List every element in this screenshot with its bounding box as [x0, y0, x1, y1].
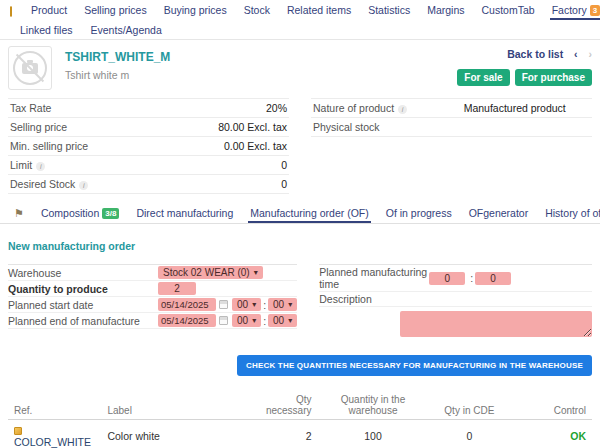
calendar-icon[interactable]: [219, 316, 228, 325]
description-label: Description: [319, 293, 429, 305]
planned-start-date-label: Planned start date: [8, 299, 158, 311]
product-title-block: TSHIRT_WHITE_M Tshirt white m: [65, 46, 170, 81]
table-row: Nature of producti Manufactured product: [311, 99, 592, 118]
tab-related-items[interactable]: Related items: [285, 2, 353, 20]
physical-stock-label: Physical stock: [311, 118, 437, 137]
tab-manufacturing-order[interactable]: Manufacturing order (OF): [248, 205, 370, 223]
tab-customtab[interactable]: CustomTab: [480, 2, 537, 20]
tab-selling-prices[interactable]: Selling prices: [82, 2, 148, 20]
tab-of-in-progress[interactable]: Of in progress: [384, 205, 454, 223]
info-icon: i: [36, 162, 45, 171]
manufacturing-hours-input[interactable]: [429, 272, 465, 285]
tab-composition-label: Composition: [41, 207, 99, 219]
product-banner: TSHIRT_WHITE_M Tshirt white m Back to li…: [0, 40, 600, 94]
warehouse-qty-header: Quantity in the warehouse: [318, 392, 429, 420]
tab-stock[interactable]: Stock: [242, 2, 272, 20]
quantity-to-produce-label: Quantity to produce: [8, 283, 158, 295]
quantity-to-produce-input[interactable]: [158, 282, 196, 295]
status-badges: For sale For purchase: [457, 69, 592, 86]
control-status: OK: [510, 420, 592, 448]
end-hour-select[interactable]: 00 ▾: [232, 314, 261, 327]
tab-margins[interactable]: Margins: [425, 2, 466, 20]
table-row: Min. selling price 0.00 Excl. tax: [8, 137, 289, 156]
nature-of-product-value: Manufactured product: [437, 99, 592, 118]
tab-product[interactable]: Product: [29, 2, 69, 20]
tab-linked-files[interactable]: Linked files: [18, 22, 75, 40]
primary-tabbar: Product Selling prices Buying prices Sto…: [0, 0, 600, 20]
for-purchase-badge: For purchase: [515, 69, 592, 86]
table-row: Selling price 80.00 Excl. tax: [8, 118, 289, 137]
product-cube-icon: [10, 6, 12, 17]
table-row: Limiti 0: [8, 156, 289, 175]
tab-buying-prices[interactable]: Buying prices: [162, 2, 229, 20]
limit-value: 0: [157, 156, 289, 175]
tab-composition[interactable]: Composition3/8: [39, 205, 122, 223]
next-record-icon[interactable]: ›: [589, 48, 593, 60]
factory-tabbar: ⚑ Composition3/8 Direct manufacturing Ma…: [0, 194, 600, 224]
chevron-down-icon: ▾: [252, 316, 256, 325]
ref-header: Ref.: [8, 392, 101, 420]
factory-count-badge: 3: [590, 5, 600, 16]
tax-rate-label: Tax Rate: [8, 99, 157, 118]
tab-history-of-of[interactable]: History of of: [543, 205, 600, 223]
chevron-down-icon: ▾: [288, 316, 292, 325]
planned-end-date-label: Planned end of manufacture: [8, 315, 158, 327]
min-selling-price-label: Min. selling price: [8, 137, 157, 156]
for-sale-badge: For sale: [457, 69, 509, 86]
tab-events-agenda[interactable]: Events/Agenda: [89, 22, 164, 40]
check-button-row: CHECK THE QUANTITIES NECESSARY FOR MANUF…: [0, 343, 600, 376]
limit-label: Limiti: [8, 156, 157, 175]
table-row: COLOR_WHITE Color white 2 100 0 OK: [8, 420, 592, 448]
form-right-column: Planned manufacturing time : Description: [319, 264, 592, 343]
desired-stock-value: 0: [157, 175, 289, 194]
start-minute-select[interactable]: 00 ▾: [268, 298, 297, 311]
table-row: Desired Stocki 0: [8, 175, 289, 194]
form-left-column: Warehouse Stock 02 WEAR (0) ▾ Quantity t…: [8, 264, 297, 329]
qty-necessary-value: 2: [247, 420, 317, 448]
end-minute-select[interactable]: 00 ▾: [268, 314, 297, 327]
description-textarea[interactable]: [400, 311, 592, 337]
component-label: Color white: [101, 420, 247, 448]
start-date-input[interactable]: [158, 298, 216, 311]
manufacturing-minutes-input[interactable]: [475, 272, 511, 285]
start-hour-select[interactable]: 00 ▾: [232, 298, 261, 311]
warehouse-selected-value: Stock 02 WEAR (0): [163, 267, 250, 278]
warehouse-select[interactable]: Stock 02 WEAR (0) ▾: [158, 266, 263, 279]
end-date-input[interactable]: [158, 314, 216, 327]
selling-price-value: 80.00 Excl. tax: [157, 118, 289, 137]
components-table: Ref. Label Qty necessary Quantity in the…: [8, 392, 592, 448]
back-to-list-link[interactable]: Back to list: [507, 48, 563, 60]
info-table-left: Tax Rate 20% Selling price 80.00 Excl. t…: [8, 98, 289, 194]
calendar-icon[interactable]: [219, 300, 228, 309]
tab-statistics[interactable]: Statistics: [366, 2, 412, 20]
composition-count-badge: 3/8: [102, 208, 119, 219]
description-input-row: [319, 307, 592, 343]
min-selling-price-value: 0.00 Excl. tax: [157, 137, 289, 156]
end-date-row: Planned end of manufacture 00 ▾ : 00 ▾: [8, 313, 297, 329]
tab-direct-manufacturing[interactable]: Direct manufacturing: [134, 205, 235, 223]
tab-factory-label: Factory: [552, 4, 587, 16]
warehouse-label: Warehouse: [8, 267, 158, 279]
previous-record-icon[interactable]: ‹: [574, 48, 578, 60]
no-photo-icon: [13, 51, 47, 85]
planned-manufacturing-time-label: Planned manufacturing time: [319, 266, 429, 290]
start-date-row: Planned start date 00 ▾ : 00 ▾: [8, 297, 297, 313]
info-icon: i: [398, 105, 407, 114]
time-separator: :: [263, 299, 266, 311]
chevron-down-icon: ▾: [252, 300, 256, 309]
manufacturing-order-form: Warehouse Stock 02 WEAR (0) ▾ Quantity t…: [0, 264, 600, 343]
table-row: Physical stock: [311, 118, 592, 137]
check-quantities-button[interactable]: CHECK THE QUANTITIES NECESSARY FOR MANUF…: [237, 355, 592, 376]
chevron-down-icon: ▾: [288, 300, 292, 309]
tab-factory[interactable]: Factory3: [550, 2, 600, 20]
label-header: Label: [101, 392, 247, 420]
desired-stock-label: Desired Stocki: [8, 175, 157, 194]
control-header: Control: [510, 392, 592, 420]
component-ref-link[interactable]: COLOR_WHITE: [14, 436, 91, 448]
product-subtitle: Tshirt white m: [65, 69, 170, 81]
qty-necessary-header: Qty necessary: [247, 392, 317, 420]
table-row: Tax Rate 20%: [8, 99, 289, 118]
tab-ofgenerator[interactable]: OFgenerator: [467, 205, 531, 223]
factory-flag-icon: ⚑: [14, 207, 24, 220]
time-separator: :: [263, 315, 266, 327]
